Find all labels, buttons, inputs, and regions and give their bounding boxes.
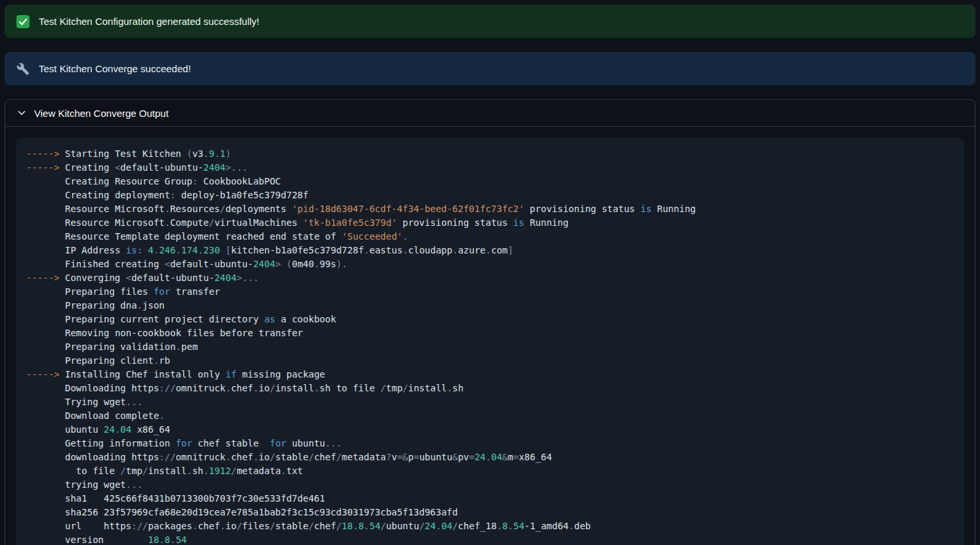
expander-body: -----> Starting Test Kitchen (v3.9.1) --… [5,127,975,545]
chevron-down-icon [16,107,28,119]
app-page: Test Kitchen Configuration generated suc… [0,0,980,545]
success-banner: Test Kitchen Configuration generated suc… [5,5,975,38]
expander-header[interactable]: View Kitchen Converge Output [5,100,975,127]
wrench-icon [16,62,30,76]
converge-output-expander: View Kitchen Converge Output -----> Star… [5,99,975,545]
check-icon [16,15,30,28]
console-output[interactable]: -----> Starting Test Kitchen (v3.9.1) --… [16,138,964,545]
expander-label: View Kitchen Converge Output [34,108,169,119]
info-banner-text: Test Kitchen Converge succeeded! [39,63,191,74]
info-banner: Test Kitchen Converge succeeded! [5,52,975,85]
success-banner-text: Test Kitchen Configuration generated suc… [39,16,259,27]
